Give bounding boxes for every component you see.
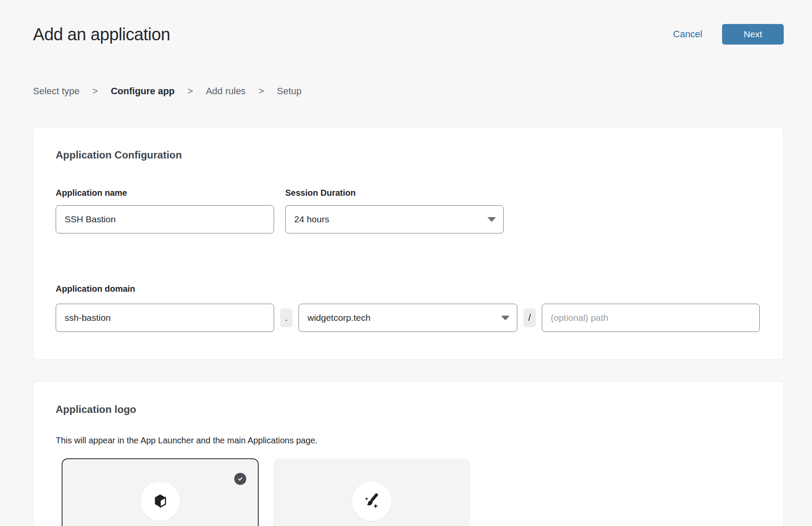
slash-separator: / [523,308,536,327]
page-title: Add an application [33,25,170,44]
path-input[interactable] [542,304,760,332]
application-configuration-card: Application Configuration Application na… [33,127,784,360]
breadcrumb: Select type > Configure app > Add rules … [33,86,784,97]
application-configuration-heading: Application Configuration [56,149,761,161]
application-logo-card: Application logo This will appear in the… [33,381,784,526]
logo-option-default[interactable] [62,458,259,526]
page-container: Add an application Cancel Next Select ty… [33,0,784,526]
next-button[interactable]: Next [722,24,784,45]
breadcrumb-separator: > [93,86,98,97]
session-duration-label: Session Duration [285,187,504,198]
application-domain-row: . widgetcorp.tech / [56,304,761,332]
step-add-rules[interactable]: Add rules [206,86,246,97]
paintbrush-icon [362,492,381,511]
session-duration-value: 24 hours [294,214,329,224]
check-icon [237,475,244,482]
domain-select[interactable]: widgetcorp.tech [299,304,517,332]
domain-value: widgetcorp.tech [307,313,370,323]
application-logo-heading: Application logo [56,403,761,416]
name-session-row: Application name Session Duration 24 hou… [56,187,761,233]
session-duration-field-group: Session Duration 24 hours [285,187,504,233]
custom-logo-circle [352,481,391,521]
application-name-label: Application name [56,187,274,198]
step-select-type[interactable]: Select type [33,86,80,97]
logo-options [62,458,761,526]
application-domain-field-group: Application domain [56,283,761,294]
application-name-input[interactable] [56,205,274,233]
default-logo-circle [140,481,180,521]
page-header: Add an application Cancel Next [33,0,784,45]
dot-separator: . [280,308,293,327]
cancel-button[interactable]: Cancel [673,29,702,40]
logo-option-custom[interactable] [273,458,470,526]
breadcrumb-separator: > [188,86,193,97]
breadcrumb-separator: > [259,86,264,97]
step-setup[interactable]: Setup [277,86,302,97]
application-domain-label: Application domain [56,283,761,294]
subdomain-input[interactable] [56,304,274,332]
chevron-down-icon [487,217,496,222]
cube-icon [151,492,169,510]
header-actions: Cancel Next [673,24,784,45]
step-configure-app[interactable]: Configure app [111,86,175,97]
application-logo-description: This will appear in the App Launcher and… [56,436,761,445]
chevron-down-icon [501,316,510,320]
selected-check-badge [234,473,246,485]
session-duration-select[interactable]: 24 hours [285,205,504,233]
application-name-field-group: Application name [56,187,274,233]
